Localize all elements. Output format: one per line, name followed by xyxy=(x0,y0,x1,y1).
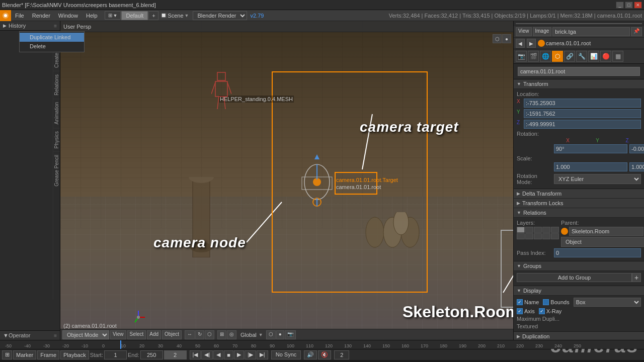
end-frame-input[interactable] xyxy=(140,350,163,359)
layer-dot-1[interactable] xyxy=(517,227,525,233)
loc-z-input[interactable] xyxy=(524,120,641,129)
transform-locks-header[interactable]: ▶ Transform Locks xyxy=(514,199,644,208)
image-image-btn[interactable]: Image xyxy=(533,27,552,36)
no-sync-btn[interactable]: No Sync xyxy=(271,350,301,359)
translate-btn[interactable]: ↔ xyxy=(185,330,195,339)
anim-playback-btn[interactable]: Playback xyxy=(60,350,89,359)
layer-dot-9[interactable] xyxy=(542,233,550,239)
axis-checkbox[interactable]: ✓ Axis xyxy=(517,308,535,314)
image-view-btn[interactable]: View xyxy=(516,27,532,36)
layer-dot-5[interactable] xyxy=(551,227,559,233)
maximize-button[interactable]: □ xyxy=(625,2,633,9)
footer-view[interactable]: View xyxy=(110,330,126,339)
workspace-add[interactable]: + xyxy=(148,11,158,20)
props-icon-texture[interactable]: ▦ xyxy=(612,51,623,62)
minimize-button[interactable]: _ xyxy=(616,2,624,9)
viewport-icon-render[interactable]: ● xyxy=(502,34,511,43)
delta-transform-header[interactable]: ▶ Delta Transform xyxy=(514,189,644,199)
layer-dot-3[interactable] xyxy=(534,227,542,233)
dropdown-item-delete[interactable]: Delete xyxy=(20,42,84,51)
parent-type-select[interactable]: Object xyxy=(561,237,644,247)
pass-index-input[interactable] xyxy=(554,248,641,257)
layer-dot-4[interactable] xyxy=(542,227,550,233)
props-icon-world[interactable]: 🌐 xyxy=(540,51,551,62)
groups-header[interactable]: ▼ Groups xyxy=(514,261,644,271)
menu-window[interactable]: Window xyxy=(54,12,82,20)
menu-file[interactable]: File xyxy=(11,12,28,20)
loc-y-input[interactable] xyxy=(524,109,641,118)
current-frame-input[interactable] xyxy=(164,350,187,359)
rotation-mode-select[interactable]: XYZ Euler xyxy=(554,174,641,184)
operator-header[interactable]: ▼ Operator ≡ xyxy=(0,330,60,340)
history-header[interactable]: ▶ History ≡ xyxy=(0,21,60,30)
viewport-area[interactable]: HELPER_standing.0.4.MESH camera.01.01.ro… xyxy=(60,21,513,340)
props-prev[interactable]: ◀ xyxy=(516,39,525,48)
play-btn[interactable]: ▶ xyxy=(234,350,244,359)
close-button[interactable]: ✕ xyxy=(634,2,642,9)
menu-help[interactable]: Help xyxy=(82,12,102,20)
render-btn[interactable]: ● xyxy=(276,330,284,339)
anim-marker-btn[interactable]: Marker xyxy=(13,350,36,359)
audio-mute-btn[interactable]: 🔇 xyxy=(318,350,331,359)
proportional-btn[interactable]: ◎ xyxy=(227,330,236,339)
vtab-physics[interactable]: Physics xyxy=(53,128,60,151)
viewport-icon-persp[interactable]: ⬡ xyxy=(493,34,502,43)
audio-btn[interactable]: 🔊 xyxy=(304,350,317,359)
props-icon-material[interactable]: 🔴 xyxy=(600,51,611,62)
render-engine-select[interactable]: Blender Render xyxy=(193,11,247,20)
footer-add[interactable]: Add xyxy=(147,330,161,339)
layer-dot-7[interactable] xyxy=(525,233,533,239)
start-frame-input[interactable] xyxy=(104,350,127,359)
props-icon-render[interactable]: 📷 xyxy=(516,51,527,62)
image-file-field[interactable]: brick.tga xyxy=(552,27,630,36)
props-icon-data[interactable]: 📊 xyxy=(588,51,599,62)
rotate-btn[interactable]: ↻ xyxy=(195,330,204,339)
next-keyframe-btn[interactable]: |▶ xyxy=(245,350,256,359)
props-next[interactable]: ▶ xyxy=(527,39,536,48)
xray-checkbox[interactable]: ✓ X-Ray xyxy=(539,308,562,314)
fps-input[interactable] xyxy=(334,350,349,359)
layer-dot-10[interactable] xyxy=(551,233,559,239)
footer-select[interactable]: Select xyxy=(127,330,146,339)
vtab-create[interactable]: Create xyxy=(53,49,60,71)
prev-keyframe-btn[interactable]: ◀| xyxy=(201,350,213,359)
display-header[interactable]: ▼ Display xyxy=(514,286,644,296)
props-icon-modifiers[interactable]: 🔧 xyxy=(576,51,587,62)
layer-dot-2[interactable] xyxy=(525,227,533,233)
editor-type-selector[interactable]: ⊞▼ xyxy=(105,11,121,20)
name-checkbox[interactable]: ✓ Name xyxy=(517,298,539,307)
vtab-animation[interactable]: Animation xyxy=(53,99,60,127)
props-icon-scene[interactable]: 🎬 xyxy=(528,51,539,62)
window-controls[interactable]: _ □ ✕ xyxy=(616,2,642,9)
coord-system[interactable]: Global ▼ xyxy=(239,332,263,338)
snap-btn[interactable]: ⊞ xyxy=(217,330,226,339)
layer-dot-6[interactable] xyxy=(517,233,525,239)
workspace-default[interactable]: Default xyxy=(121,11,148,20)
add-group-plus-btn[interactable]: + xyxy=(632,273,641,282)
vtab-relations[interactable]: Relations xyxy=(53,71,60,99)
play-reverse-btn[interactable]: ◀ xyxy=(213,350,223,359)
rot-x-input[interactable] xyxy=(554,144,627,153)
props-icon-object[interactable]: ⬡ xyxy=(552,51,563,62)
jump-end-btn[interactable]: ▶| xyxy=(257,350,268,359)
object-name-input[interactable] xyxy=(518,67,640,76)
bounds-checkbox[interactable]: Bounds xyxy=(543,298,569,307)
anim-editor-type[interactable]: ⊞ xyxy=(2,350,12,359)
footer-object[interactable]: Object xyxy=(162,330,182,339)
render-engine-selector[interactable]: Blender Render xyxy=(193,11,247,20)
menu-render[interactable]: Render xyxy=(28,12,54,20)
layer-dot-8[interactable] xyxy=(534,233,542,239)
jump-start-btn[interactable]: |◀ xyxy=(190,350,201,359)
image-pin-btn[interactable]: 📌 xyxy=(631,27,642,36)
scale-btn[interactable]: ⬡ xyxy=(205,330,214,339)
rot-y-input[interactable] xyxy=(629,144,644,153)
transform-section-header[interactable]: ▼ Transform xyxy=(514,79,644,89)
loc-x-input[interactable] xyxy=(524,99,641,108)
add-group-btn[interactable]: Add to Group xyxy=(517,273,632,282)
mode-selector[interactable]: Object Mode xyxy=(62,330,109,339)
bounds-type-select[interactable]: Box xyxy=(574,298,641,307)
parent-name-input[interactable] xyxy=(569,227,643,236)
relations-header[interactable]: ▼ Relations xyxy=(514,208,644,218)
anim-frame-btn[interactable]: Frame xyxy=(37,350,59,359)
props-icon-constraints[interactable]: 🔗 xyxy=(564,51,575,62)
